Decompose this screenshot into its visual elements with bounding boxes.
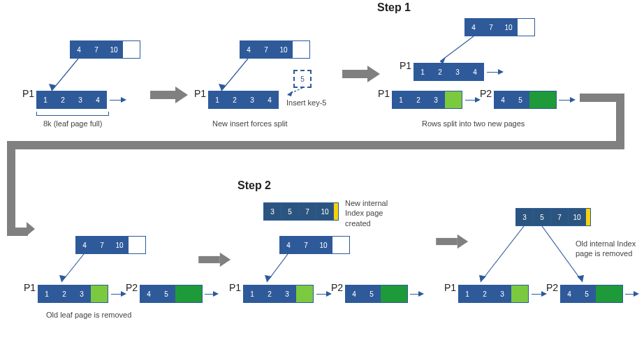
leaf-cell: 5 (157, 285, 175, 303)
leaf-cell-new (175, 285, 203, 303)
frame4-leaf-p2: 4 5 (140, 285, 202, 303)
frame6-leaf-p1: 1 2 3 (458, 285, 528, 303)
next-arrow (465, 100, 475, 101)
idx-cell: 7 (297, 236, 315, 254)
next-arrow (559, 100, 570, 101)
leaf-cell-new (511, 285, 529, 303)
internal-cell: 10 (316, 202, 334, 221)
idx-cell-empty (517, 18, 535, 36)
idx-cell: 7 (87, 40, 105, 59)
bracket (36, 112, 109, 116)
page-label-p1: P1 (229, 282, 241, 293)
frame5-leaf-p2: 4 5 (345, 285, 407, 303)
leaf-cell-new (444, 91, 462, 109)
internal-cell: 3 (515, 208, 534, 226)
next-arrow (487, 72, 498, 73)
pointer-arrow (524, 226, 525, 285)
leaf-cell: 4 (89, 91, 107, 109)
leaf-cell: 2 (409, 91, 427, 109)
caption-3: Rows split into two new pages (422, 119, 525, 128)
internal-cell: 7 (298, 202, 316, 221)
frame6-internal: 3 5 7 10 (515, 208, 590, 226)
leaf-cell: 3 (73, 285, 91, 303)
frame3-old-leaf: 1 2 3 4 (414, 63, 483, 81)
flow-arrow (198, 254, 232, 266)
step-2-label: Step 2 (237, 179, 271, 192)
svg-marker-5 (287, 91, 293, 96)
pointer-arrow (542, 226, 543, 285)
step-1-label: Step 1 (377, 1, 411, 14)
caption-4: Old leaf page is removed (46, 310, 131, 320)
idx-cell-empty (332, 236, 350, 254)
idx-cell: 10 (314, 236, 332, 254)
insert-caption: Insert key-5 (286, 98, 326, 107)
leaf-cell: 3 (278, 285, 296, 303)
idx-cell-empty (128, 236, 146, 254)
svg-line-0 (52, 59, 78, 91)
caption-1: 8k (leaf page full) (43, 119, 102, 128)
frame5-leaf-p1: 1 2 3 (243, 285, 313, 303)
frame2-internal-page: 4 7 10 (240, 40, 309, 59)
idx-cell: 10 (499, 18, 518, 36)
idx-cell: 4 (70, 40, 88, 59)
leaf-cell: 1 (243, 285, 261, 303)
next-arrow (205, 294, 213, 295)
leaf-cell: 1 (458, 285, 476, 303)
leaf-cell: 5 (511, 91, 529, 109)
leaf-cell-new (295, 285, 314, 303)
leaf-cell: 1 (36, 91, 54, 109)
pointer-arrow (248, 59, 249, 94)
frame3-new-leaf-p2: 4 5 (494, 91, 556, 109)
next-arrow (110, 100, 121, 101)
internal-cell: 3 (263, 202, 281, 221)
leaf-cell: 3 (448, 63, 467, 81)
svg-line-12 (481, 226, 524, 282)
frame1-internal-page: 4 7 10 (70, 40, 140, 59)
idx-cell-empty (292, 40, 310, 59)
idx-cell: 10 (105, 40, 123, 59)
page-label-p2: P2 (126, 282, 138, 293)
leaf-cell: 4 (466, 63, 484, 81)
leaf-cell-new (380, 285, 408, 303)
leaf-cell: 5 (363, 285, 381, 303)
leaf-cell: 1 (208, 91, 226, 109)
leaf-cell: 2 (226, 91, 244, 109)
frame4-internal-page: 4 7 10 (75, 236, 145, 254)
next-arrow (316, 294, 326, 295)
flow-arrow (436, 236, 469, 248)
idx-cell: 7 (257, 40, 275, 59)
pointer-arrow (474, 36, 474, 64)
flow-arrow (150, 88, 189, 102)
internal-cell: 10 (568, 208, 586, 226)
page-label-p1: P1 (378, 88, 390, 99)
frame5-old-internal: 4 7 10 (279, 236, 349, 254)
idx-cell: 7 (93, 236, 111, 254)
frame1-leaf-p1: 1 2 3 4 (36, 91, 106, 109)
caption-6: Old internal Index page is removed (576, 239, 636, 259)
leaf-cell: 2 (476, 285, 494, 303)
page-label-p1: P1 (22, 88, 34, 99)
frame4-leaf-p1: 1 2 3 (38, 285, 108, 303)
idx-cell: 7 (482, 18, 500, 36)
idx-cell: 4 (75, 236, 94, 254)
leaf-cell: 4 (140, 285, 158, 303)
frame2-leaf-p1: 1 2 3 4 (208, 91, 278, 109)
internal-cell-new (585, 208, 591, 226)
flow-arrow (342, 67, 381, 81)
pointer-arrow (302, 88, 303, 96)
leaf-cell: 4 (261, 91, 279, 109)
page-label-p1-old: P1 (400, 60, 411, 71)
leaf-cell: 3 (427, 91, 445, 109)
pointer-arrow (78, 59, 79, 94)
insert-key-cell: 5 (293, 70, 312, 88)
page-label-p2: P2 (546, 282, 558, 293)
pointer-arrow (84, 254, 85, 285)
next-arrow (410, 294, 418, 295)
frame5-new-internal: 3 5 7 10 (263, 202, 338, 221)
internal-cell: 7 (550, 208, 569, 226)
page-label-p1: P1 (444, 282, 456, 293)
page-label-p2: P2 (331, 282, 343, 293)
leaf-cell: 3 (243, 91, 261, 109)
next-arrow (111, 294, 121, 295)
idx-cell: 4 (464, 18, 483, 36)
